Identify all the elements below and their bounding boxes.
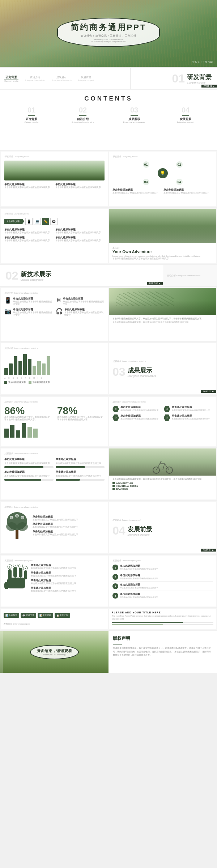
hex-2: ② [164,406,170,412]
final-slide: 演讲结束，谢谢观看 Thank you for watching 版权声明 感谢… [0,631,217,673]
num-01: 01 [143,161,149,168]
copyright-panel: 版权声明 感谢您使用本套PPT模板，我们希望您喜欢这套设计，在使用本模板时请注意… [109,631,217,673]
section-num-2: 02 [5,270,18,281]
svg-rect-7 [16,530,18,539]
tab-1[interactable]: 研究背景 Category profile [4,75,18,82]
arch-text: 单击添加相应的图表说明文字，单击添加相应的图表说明文字，单击添加相应的图表说明文… [109,476,216,499]
content-item-2: 02 前沿介绍 Enterprise characteristics [59,106,107,123]
items-grid: ① 单击此处添加标题 单击添加相应文字单击添加相应的图表说明文字 ② 单击此处添… [112,406,213,421]
bar-7 [33,366,36,375]
section-title-en-1: Company profile [187,81,212,84]
section-title-zh-3: 成果展示 [128,366,156,375]
tree-svg: 01 02 03 [4,510,30,541]
section-title-en-3: Enterprise characteristics [128,375,156,377]
organic-text-1: 单击此处添加标题 单击添加相应文字单击添加相应的图表说明文字 [33,515,105,521]
tab-4[interactable]: 发展前景 Enterprise prospect [78,76,94,81]
monitor-icon: 🖥 [56,297,61,303]
progress-bike-slide: 成果展示 Enterprise characteristics 单击此处添加标题… [0,448,217,500]
bottom-tabs-slide: 📊 会议报告 💬 建设交流 📝 工作总结 📋 工作汇报 发展前景 Enterpr… [0,608,217,630]
bulb-icon: 💡 [158,168,168,178]
content-item-3: 03 成果展示 Enterprise achievements [110,106,158,123]
hand-svg: 1 2 3 4 [4,564,28,593]
final-oval: 演讲结束，谢谢观看 Thank you for watching [30,645,79,659]
text-block-b: 单击此处添加标题 单击添加相应文字单击添加相应的图表说明文字 [55,228,105,234]
section-num-1: 01 [172,73,185,84]
slide-title: 简约商务通用PPT 会议报告 / 建设交流 / 工作总结 / 工作汇报 Pers… [0,0,217,67]
contents-grid: 01 研究背景 Category profile 02 前沿介绍 Enterpr… [7,106,210,123]
stacked-bars [4,423,105,438]
icon-image: 🖼 [50,218,58,225]
tech-display-slide: 前沿介绍 Enterprise characteristics 📱 单击此处添加… [0,287,217,341]
final-bg: 演讲结束，谢谢观看 Thank you for watching [0,631,109,673]
part-badge-3: PART 03 ► [201,390,216,393]
icon-pencil: ✏️ [42,218,49,225]
content-item-4: 04 发展前景 Enterprise prospect [161,106,210,123]
list-item-3: 3 单击此处添加标题 单击添加相应文字单击添加相应的图表说明文字 [112,583,213,591]
svg-rect-19 [4,582,9,589]
section-title-zh-2: 新技术展示 [21,270,51,278]
hex-4: ④ [164,414,170,421]
hand-text-2: 单击此处添加标题 单击添加相应文字单击添加相应的图表说明文字 [31,571,105,577]
svg-point-6 [17,522,28,531]
hand-panel: 发展前景 Enterprise prospect 1 [1,556,108,607]
items-3: ③ 单击此处添加标题 单击添加相应文字单击添加相应的图表说明文字 [112,414,162,421]
list-item-2: 2 单击此处添加标题 单击添加相应文字单击添加相应的图表说明文字 [112,574,213,582]
svg-rect-18 [7,578,25,588]
tech-item-3: 📷 单击此处添加标题 单击添加相应文字单击添加相应的图表说明文字 [4,308,54,316]
organic-text-2: 单击此处添加标题 单击添加相应文字单击添加相应的图表说明文字 [33,523,105,528]
forest-img-1 [4,161,105,180]
left-panel-1: 研发背景 Company profile 单击此处添加标题 单击添加相应文字单击… [1,152,108,206]
title-progress-bars [112,622,213,625]
svg-rect-16 [19,567,22,578]
section-header-2: 02 新技术展示 Cultural Background PART 02 ► 前… [0,265,217,286]
tag-summary[interactable]: 📝 工作总结 [38,613,53,618]
part-badge-2: PART 02 ► [147,282,163,285]
list-item-1: 1 单击此处添加标题 单击添加相应文字单击添加相应的图表说明文字 [112,565,213,572]
hand-slide: 发展前景 Enterprise prospect 1 [0,555,217,607]
tech-right: 单击添加相应的图表说明文字，单击添加相应的图表说明文字，单击添加相应的图表说明文… [109,288,216,341]
numbered-panel: 发展前景 Enterprise prospect 1 单击此处添加标题 单击添加… [109,556,216,607]
arch-labels: ARCHITECTURE INDUSTRIAL DESIGN BRANDING [112,482,213,490]
adventure-panel: Start Your Own Adventure Lorem ipsum dol… [109,209,216,263]
organic-text-3: 单击此处添加标题 单击添加相应文字单击添加相应的图表说明文字 [33,530,105,536]
hand-text-3: 单击此处添加标题 单击添加相应文字单击添加相应的图表说明文字 [31,579,105,585]
barchart-slide: 前沿介绍 Enterprise characteristics ABCDEFGH… [0,342,217,395]
section4-panel: 发展前景 Enterprise prospect 04 发展前景 Enterpr… [109,502,216,553]
svg-text:02: 02 [16,515,18,517]
section-title-en-4: Enterprise prospect [128,533,152,536]
section3-panel: 成果展示 Enterprise characteristics 03 成果展示 … [109,343,216,394]
left-panel-2: 研发背景 Company profile 单击添加文字 📱 💻 ✏️ 🖼 单击此… [1,209,108,263]
tab-3[interactable]: 成果展示 Enterprise achievements [52,76,72,81]
bar-3 [14,356,17,375]
section-title-zh-4: 发展前景 [128,525,152,533]
bar-2 [9,363,13,375]
num-03: 03 [143,179,149,185]
hex-3: ③ [112,414,119,421]
company-profile-slide-2: 研发背景 Company profile 单击添加文字 📱 💻 ✏️ 🖼 单击此… [0,208,217,264]
tag-exchange[interactable]: 💬 建设交流 [21,613,36,618]
section-title-en-2: Cultural Background [21,278,51,281]
tag-reports[interactable]: 📊 会议报告 [4,613,19,618]
section-num-3: 03 [112,366,125,378]
part-badge-1: PART 01 ► [201,85,217,88]
organic-panel: 成果展示 Enterprise characteristics 01 02 03 [1,502,108,553]
text-block-d: 单击此处添加标题 单击添加相应文字单击添加相应的图表说明文字 [55,236,105,242]
contents-title: CONTENTS [7,95,210,102]
company-profile-slide: 研发背景 Company profile 单击此处添加标题 单击添加相应文字单击… [0,151,217,207]
items-panel: 成果展示 Enterprise characteristics ① 单击此处添加… [109,397,216,446]
part-badge-4: PART 04 ► [201,549,216,552]
headphone-icon: 🎧 [56,308,63,315]
bar-10 [47,356,50,375]
text-item-3: 单击此处添加标题 单击添加相应文字单击添加相应的图表说明文字 [112,188,162,194]
tech-item-4: 🎧 单击此处添加标题 单击添加相应文字单击添加相应的图表说明文字 [56,308,105,316]
tag-report[interactable]: 📋 工作汇报 [55,613,70,618]
prog-bar-3 [4,479,41,481]
section-title-zh-1: 研发背景 [187,73,212,81]
bar-chart [4,352,105,377]
adventure-bg [109,209,216,243]
tech-item-2: 🖥 单击此处添加标题 单击添加相应文字单击添加相应的图表说明文字 [56,297,105,306]
tab-2[interactable]: 前沿介绍 Enterprise characteristics [25,76,45,81]
text-item-1: 单击此处添加标题 单击添加相应文字单击添加相应的图表说明文字 [4,183,54,189]
copyright-accent [113,644,122,644]
main-title: 简约商务通用PPT [71,22,147,33]
